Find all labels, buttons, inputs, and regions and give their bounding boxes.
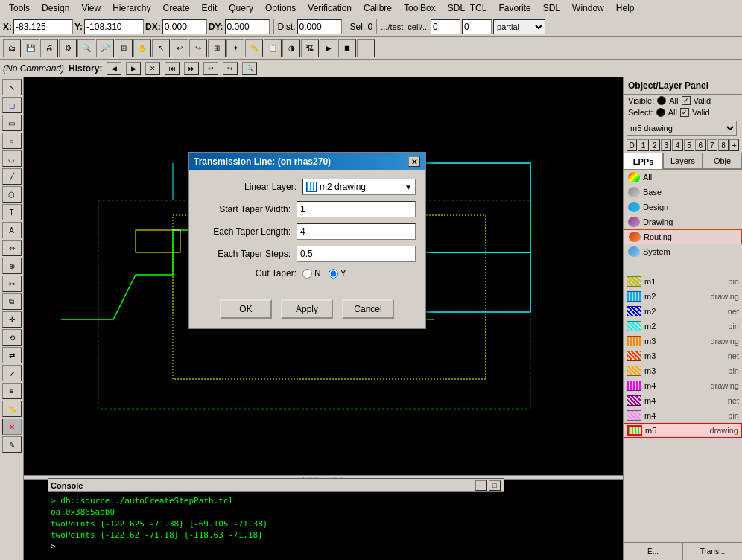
- layer-m3-net[interactable]: m3 net: [624, 349, 742, 363]
- tb-select-btn[interactable]: ↖: [152, 39, 170, 57]
- hist-btn-1[interactable]: ◀: [107, 62, 121, 75]
- menu-favorite[interactable]: Favorite: [492, 1, 536, 15]
- tool-select[interactable]: ↖: [2, 79, 22, 95]
- layer-num-5[interactable]: 5: [684, 139, 694, 151]
- partial-select[interactable]: partial: [493, 19, 545, 34]
- console-input[interactable]: [60, 541, 358, 551]
- tool-edit[interactable]: ✎: [2, 436, 22, 453]
- layer-num-4[interactable]: 4: [672, 139, 682, 151]
- apply-button[interactable]: Apply: [281, 299, 333, 319]
- tb-zoom-out-btn[interactable]: 🔎: [96, 39, 114, 57]
- hist-btn-3[interactable]: ✕: [145, 62, 160, 75]
- menu-edit[interactable]: Edit: [196, 1, 223, 15]
- menu-help[interactable]: Help: [610, 1, 641, 15]
- tool-measure[interactable]: ⇔: [2, 240, 22, 256]
- layer-m5-drawing[interactable]: m5 drawing: [624, 423, 742, 438]
- layer-m3-pin[interactable]: m3 pin: [624, 363, 742, 378]
- each-taper-steps-input[interactable]: [297, 246, 416, 262]
- tb-snap-btn[interactable]: ✦: [226, 39, 244, 57]
- tool-label[interactable]: A: [2, 222, 22, 238]
- each-taper-length-input[interactable]: [297, 223, 416, 240]
- dropdown-arrow-icon[interactable]: ▼: [405, 183, 412, 191]
- tab-objects[interactable]: Obje: [703, 153, 742, 169]
- cat-base[interactable]: Base: [624, 185, 742, 200]
- tool-rotate[interactable]: ⟲: [2, 329, 22, 346]
- linear-layer-dropdown[interactable]: m2 drawing ▼: [302, 179, 416, 195]
- cat-all[interactable]: All: [624, 170, 742, 185]
- layer-m1-pin[interactable]: m1 pin: [624, 274, 742, 289]
- cat-routing[interactable]: Routing: [624, 229, 742, 244]
- hist-btn-4[interactable]: ⏮: [165, 62, 180, 75]
- layer-m3-drawing[interactable]: m3 drawing: [624, 334, 742, 349]
- tb-more-btn[interactable]: ⋯: [357, 39, 375, 57]
- pb-tab-e[interactable]: E...: [624, 543, 683, 560]
- dialog-titlebar[interactable]: Transmission Line: (on rhas270) ✕: [189, 153, 425, 170]
- layer-num-6[interactable]: 6: [695, 139, 705, 151]
- tb-ruler-btn[interactable]: 📏: [245, 39, 263, 57]
- dist-input[interactable]: [297, 19, 342, 34]
- tool-arc[interactable]: ◡: [2, 150, 22, 167]
- layer-m2-drawing[interactable]: m2 drawing: [624, 289, 742, 304]
- layer-num-2[interactable]: 2: [650, 139, 660, 151]
- menu-create[interactable]: Create: [157, 1, 196, 15]
- cat-system[interactable]: System: [624, 244, 742, 259]
- tool-poly[interactable]: ⬡: [2, 186, 22, 203]
- start-taper-width-input[interactable]: [297, 201, 416, 217]
- radio-n-input[interactable]: [302, 269, 312, 279]
- tool-move[interactable]: ✛: [2, 311, 22, 328]
- radio-y-input[interactable]: [329, 269, 338, 279]
- tb-properties-btn[interactable]: 📋: [264, 39, 282, 57]
- dx-input[interactable]: [162, 19, 207, 34]
- tb-hierarchy-btn[interactable]: 🏗: [301, 39, 319, 57]
- layer-num-7[interactable]: 7: [707, 139, 717, 151]
- tb-fit-btn[interactable]: ⊞: [115, 39, 133, 57]
- tb-settings-btn[interactable]: ⚙: [59, 39, 77, 57]
- tool-ruler[interactable]: 📏: [2, 401, 22, 417]
- cat-design[interactable]: Design: [624, 200, 742, 214]
- layer-num-1[interactable]: 1: [638, 139, 648, 151]
- hist-btn-5[interactable]: ⏭: [184, 62, 199, 75]
- canvas-area[interactable]: Transmission Line: (on rhas270) ✕ Linear…: [24, 77, 623, 560]
- angle-input[interactable]: [462, 19, 492, 34]
- hist-btn-redo[interactable]: ↪: [223, 62, 238, 75]
- visible-valid-check[interactable]: ✓: [682, 96, 691, 105]
- layer-m4-drawing[interactable]: m4 drawing: [624, 378, 742, 393]
- y-input[interactable]: [84, 19, 144, 34]
- dialog-close-button[interactable]: ✕: [408, 156, 420, 167]
- tb-stop-btn[interactable]: ⏹: [338, 39, 356, 57]
- cancel-button[interactable]: Cancel: [342, 299, 394, 319]
- tool-draw[interactable]: ◻: [2, 97, 22, 113]
- tb-grid-btn[interactable]: ⊞: [208, 39, 226, 57]
- zoom-input[interactable]: [431, 19, 460, 34]
- tool-stretch[interactable]: ⤢: [2, 365, 22, 381]
- tb-layers-btn[interactable]: ◑: [282, 39, 300, 57]
- ok-button[interactable]: OK: [220, 299, 272, 319]
- tb-save-btn[interactable]: 💾: [22, 39, 39, 57]
- dy-input[interactable]: [225, 19, 270, 34]
- select-valid-check[interactable]: ✓: [680, 108, 689, 117]
- tb-redo-btn[interactable]: ↪: [189, 39, 207, 57]
- pb-tab-trans[interactable]: Trans...: [683, 543, 742, 560]
- menu-design[interactable]: Design: [36, 1, 75, 15]
- hist-btn-2[interactable]: ▶: [126, 62, 141, 75]
- console-maximize-btn[interactable]: □: [489, 480, 501, 491]
- tab-layers[interactable]: Layers: [663, 153, 703, 169]
- menu-query[interactable]: Query: [223, 1, 259, 15]
- menu-options[interactable]: Options: [259, 1, 302, 15]
- menu-view[interactable]: View: [75, 1, 107, 15]
- menu-toolbox[interactable]: ToolBox: [398, 1, 442, 15]
- menu-window[interactable]: Window: [566, 1, 610, 15]
- layer-num-d[interactable]: D: [627, 139, 637, 151]
- tab-lpps[interactable]: LPPs: [624, 153, 663, 169]
- tb-run-btn[interactable]: ▶: [320, 39, 337, 57]
- tool-via[interactable]: ⊕: [2, 258, 22, 274]
- tool-rect[interactable]: ▭: [2, 115, 22, 131]
- tb-print-btn[interactable]: 🖨: [40, 39, 58, 57]
- tool-cut[interactable]: ✂: [2, 276, 22, 292]
- layer-m2-pin[interactable]: m2 pin: [624, 319, 742, 334]
- active-layer-dropdown[interactable]: m5 drawing: [627, 121, 737, 136]
- layer-m2-net[interactable]: m2 net: [624, 304, 742, 319]
- menu-tools[interactable]: Tools: [3, 1, 36, 15]
- layer-m4-pin[interactable]: m4 pin: [624, 408, 742, 423]
- layer-m4-net[interactable]: m4 net: [624, 393, 742, 408]
